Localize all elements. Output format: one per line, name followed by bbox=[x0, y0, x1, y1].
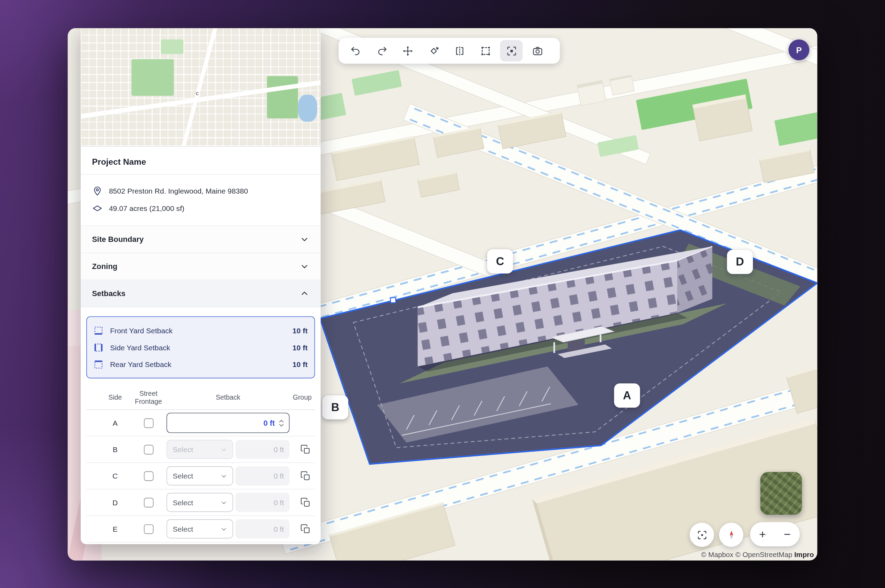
group-copy-button[interactable] bbox=[297, 468, 313, 484]
boundary-vertex-handle[interactable] bbox=[391, 298, 396, 303]
setback-value-box[interactable]: 0 ft bbox=[236, 440, 290, 459]
chevron-down-icon bbox=[220, 499, 227, 506]
select-label: Select bbox=[173, 525, 193, 533]
rear-yard-setback-icon bbox=[93, 359, 103, 369]
group-copy-button[interactable] bbox=[297, 441, 313, 457]
street-frontage-checkbox[interactable] bbox=[144, 524, 154, 534]
setback-type-select[interactable]: Select bbox=[167, 519, 233, 538]
street-frontage-checkbox[interactable] bbox=[144, 418, 154, 428]
header-side: Side bbox=[100, 394, 131, 401]
setback-value-box[interactable]: 0 ft bbox=[236, 466, 290, 486]
summary-row-rear: Rear Yard Setback 10 ft bbox=[93, 356, 307, 373]
setback-type-select[interactable]: Select bbox=[167, 493, 233, 512]
side-cell: E bbox=[100, 525, 131, 533]
select-label: Select bbox=[173, 472, 193, 480]
project-header: Project Name bbox=[81, 147, 321, 175]
minimap-park bbox=[131, 59, 174, 96]
chevron-down-icon bbox=[220, 446, 227, 453]
copy-icon bbox=[300, 471, 311, 481]
setback-type-select[interactable]: Select bbox=[167, 466, 233, 486]
scan-button[interactable] bbox=[500, 40, 522, 62]
move-button[interactable] bbox=[396, 40, 419, 62]
setback-summary-card[interactable]: Front Yard Setback 10 ft Side Yard Setba… bbox=[86, 316, 315, 378]
table-row: A 0 ft bbox=[86, 410, 315, 436]
section-site-boundary[interactable]: Site Boundary bbox=[81, 226, 321, 254]
user-avatar[interactable]: P bbox=[789, 40, 810, 60]
group-copy-button[interactable] bbox=[297, 521, 313, 537]
front-yard-setback-icon bbox=[93, 326, 103, 335]
select-label: Select bbox=[173, 498, 193, 506]
setback-input[interactable]: 0 ft bbox=[167, 413, 290, 433]
group-copy-button[interactable] bbox=[297, 495, 313, 510]
chevron-down-icon bbox=[220, 525, 227, 532]
section-label: Site Boundary bbox=[92, 235, 143, 244]
scan-icon bbox=[506, 45, 517, 57]
project-address: 8502 Preston Rd. Inglewood, Maine 98380 bbox=[109, 187, 248, 195]
table-row: C Select 0 ft bbox=[86, 463, 315, 489]
side-cell: A bbox=[100, 419, 131, 427]
attribution-improve-link[interactable]: Impro bbox=[794, 551, 814, 559]
attribution-text[interactable]: © Mapbox © OpenStreetMap bbox=[701, 551, 792, 559]
summary-value: 10 ft bbox=[293, 343, 307, 351]
side-cell: D bbox=[100, 498, 131, 506]
copy-icon bbox=[300, 444, 311, 455]
edit-boundary-button[interactable] bbox=[474, 40, 497, 62]
chevron-down-icon bbox=[300, 235, 310, 244]
setback-value-box[interactable]: 0 ft bbox=[236, 493, 290, 512]
rotate-button[interactable] bbox=[422, 40, 445, 62]
compass-button[interactable] bbox=[719, 523, 744, 547]
camera-button[interactable] bbox=[526, 40, 549, 62]
side-label-b[interactable]: B bbox=[322, 395, 348, 420]
map-toolbar bbox=[339, 38, 560, 64]
side-cell: C bbox=[100, 472, 131, 480]
rotate-icon bbox=[427, 45, 439, 57]
zoom-out-button[interactable]: − bbox=[775, 522, 800, 546]
zoom-in-button[interactable]: + bbox=[750, 522, 775, 546]
panel-body: Project Name 8502 Preston Rd. Inglewood,… bbox=[81, 147, 321, 544]
edit-boundary-icon bbox=[479, 45, 491, 57]
street-frontage-checkbox[interactable] bbox=[144, 471, 154, 481]
chevron-down-icon bbox=[220, 472, 227, 480]
setback-value: 0 ft bbox=[274, 445, 284, 453]
undo-icon bbox=[350, 45, 361, 57]
section-setbacks[interactable]: Setbacks bbox=[81, 280, 321, 307]
map-style-thumbnail[interactable] bbox=[760, 472, 802, 514]
summary-row-front: Front Yard Setback 10 ft bbox=[93, 322, 307, 339]
minimap[interactable]: c bbox=[81, 28, 321, 147]
project-area: 49.07 acres (21,000 sf) bbox=[109, 204, 184, 212]
project-sidebar: c Project Name 8502 Preston Rd. Inglewoo… bbox=[81, 28, 321, 544]
side-label-a[interactable]: A bbox=[614, 383, 640, 408]
table-row: E Select 0 ft bbox=[86, 516, 315, 543]
recenter-button[interactable] bbox=[690, 523, 714, 547]
setback-type-select[interactable]: Select bbox=[167, 440, 233, 459]
street-frontage-checkbox[interactable] bbox=[144, 444, 154, 454]
setbacks-table: Side Street Frontage Setback Group A 0 f… bbox=[86, 386, 315, 542]
side-label-d[interactable]: D bbox=[727, 250, 753, 274]
undo-button[interactable] bbox=[345, 40, 367, 62]
area-icon bbox=[92, 203, 102, 214]
header-setback: Setback bbox=[167, 394, 290, 401]
street-frontage-checkbox[interactable] bbox=[144, 498, 154, 507]
copy-icon bbox=[300, 497, 311, 508]
side-label-c[interactable]: C bbox=[487, 249, 513, 273]
minimap-park bbox=[267, 76, 298, 118]
side-label-text: D bbox=[736, 255, 744, 268]
mirror-icon bbox=[454, 45, 465, 57]
stepper-icon[interactable] bbox=[278, 418, 284, 428]
table-header: Side Street Frontage Setback Group bbox=[86, 386, 315, 410]
setback-value: 0 ft bbox=[274, 525, 284, 533]
summary-row-side: Side Yard Setback 10 ft bbox=[93, 339, 307, 356]
app-window: A B C D bbox=[68, 28, 817, 561]
summary-value: 10 ft bbox=[293, 360, 307, 368]
move-icon bbox=[402, 45, 413, 57]
side-yard-setback-icon bbox=[93, 343, 103, 352]
mirror-button[interactable] bbox=[448, 40, 471, 62]
section-zoning[interactable]: Zoning bbox=[81, 253, 321, 280]
avatar-initial: P bbox=[796, 45, 802, 55]
chevron-up-icon bbox=[300, 289, 310, 298]
project-title: Project Name bbox=[92, 157, 309, 166]
setback-value-box[interactable]: 0 ft bbox=[236, 519, 290, 538]
redo-button[interactable] bbox=[370, 40, 393, 62]
table-row: B Select 0 ft bbox=[86, 436, 315, 463]
project-info: 8502 Preston Rd. Inglewood, Maine 98380 … bbox=[81, 175, 321, 226]
